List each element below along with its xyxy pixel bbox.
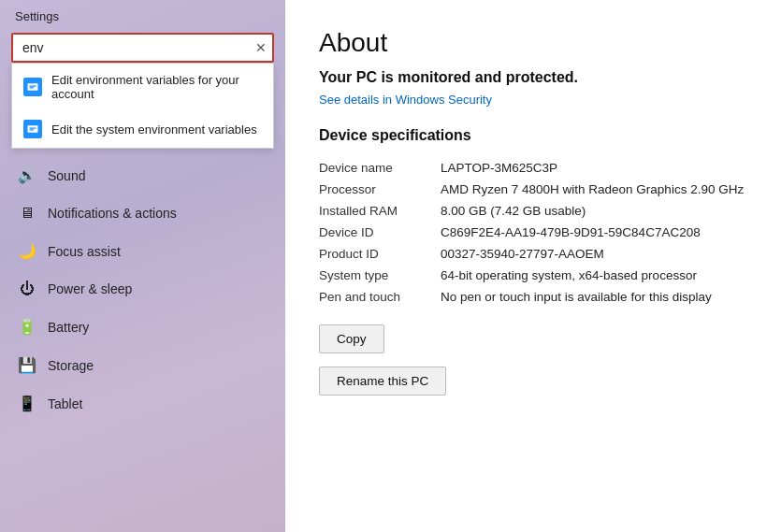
search-clear-button[interactable]: ✕: [253, 38, 268, 57]
tablet-icon: 📱: [18, 395, 36, 412]
table-row: Processor AMD Ryzen 7 4800H with Radeon …: [319, 179, 747, 200]
sidebar-nav: 🔊 Sound 🖥 Notifications & actions 🌙 Focu…: [0, 156, 285, 532]
sidebar-item-power-label: Power & sleep: [48, 281, 132, 296]
sidebar-item-battery[interactable]: 🔋 Battery: [0, 308, 285, 346]
spec-label: Pen and touch: [319, 286, 441, 308]
spec-label: System type: [319, 265, 441, 286]
search-input[interactable]: [11, 33, 274, 63]
env-user-icon: [23, 78, 42, 96]
storage-icon: 💾: [18, 356, 36, 374]
dropdown-item-env-user-label: Edit environment variables for your acco…: [51, 73, 262, 101]
dropdown-item-env-system[interactable]: Edit the system environment variables: [12, 110, 273, 148]
dropdown-item-env-system-label: Edit the system environment variables: [51, 122, 257, 137]
sidebar-item-sound[interactable]: 🔊 Sound: [0, 156, 285, 194]
copy-button[interactable]: Copy: [319, 324, 384, 353]
sidebar: Settings ✕ Edit environment variables fo…: [0, 0, 285, 532]
dropdown-item-env-user[interactable]: Edit environment variables for your acco…: [12, 64, 273, 110]
env-system-icon: [23, 120, 42, 138]
spec-value: C869F2E4-AA19-479B-9D91-59C84C7AC208: [441, 222, 747, 243]
table-row: Device name LAPTOP-3M625C3P: [319, 157, 747, 179]
buttons-row: Copy: [319, 324, 747, 363]
sidebar-item-notifications[interactable]: 🖥 Notifications & actions: [0, 194, 285, 232]
spec-value: No pen or touch input is available for t…: [441, 286, 747, 308]
notifications-icon: 🖥: [18, 205, 36, 222]
main-content: About Your PC is monitored and protected…: [285, 0, 781, 532]
svg-rect-1: [27, 125, 38, 134]
sidebar-item-sound-label: Sound: [48, 168, 85, 183]
battery-icon: 🔋: [18, 318, 36, 336]
spec-table: Device name LAPTOP-3M625C3P Processor AM…: [319, 157, 747, 308]
sidebar-item-focus[interactable]: 🌙 Focus assist: [0, 232, 285, 270]
spec-label: Processor: [319, 179, 441, 200]
focus-icon: 🌙: [18, 242, 36, 260]
sound-icon: 🔊: [18, 166, 36, 184]
table-row: System type 64-bit operating system, x64…: [319, 265, 747, 286]
table-row: Product ID 00327-35940-27797-AAOEM: [319, 243, 747, 265]
sidebar-item-battery-label: Battery: [48, 320, 89, 335]
spec-label: Installed RAM: [319, 200, 441, 222]
spec-value: LAPTOP-3M625C3P: [441, 157, 747, 179]
rename-button[interactable]: Rename this PC: [319, 367, 446, 395]
sidebar-item-focus-label: Focus assist: [48, 244, 121, 259]
sidebar-item-power[interactable]: ⏻ Power & sleep: [0, 270, 285, 308]
search-dropdown: Edit environment variables for your acco…: [11, 63, 274, 149]
sidebar-item-notifications-label: Notifications & actions: [48, 206, 177, 221]
power-icon: ⏻: [18, 280, 36, 297]
protected-heading: Your PC is monitored and protected.: [319, 69, 747, 86]
table-row: Device ID C869F2E4-AA19-479B-9D91-59C84C…: [319, 222, 747, 243]
sidebar-item-tablet[interactable]: 📱 Tablet: [0, 384, 285, 423]
see-details-link[interactable]: See details in Windows Security: [319, 93, 492, 107]
spec-label: Product ID: [319, 243, 441, 265]
table-row: Installed RAM 8.00 GB (7.42 GB usable): [319, 200, 747, 222]
spec-label: Device name: [319, 157, 441, 179]
table-row: Pen and touch No pen or touch input is a…: [319, 286, 747, 308]
svg-rect-0: [27, 83, 38, 92]
page-title: About: [319, 28, 747, 58]
device-spec-heading: Device specifications: [319, 127, 747, 144]
sidebar-item-storage-label: Storage: [48, 358, 94, 373]
settings-title: Settings: [0, 0, 285, 29]
search-container: ✕: [11, 33, 274, 63]
spec-value: AMD Ryzen 7 4800H with Radeon Graphics 2…: [441, 179, 747, 200]
spec-label: Device ID: [319, 222, 441, 243]
sidebar-item-storage[interactable]: 💾 Storage: [0, 346, 285, 384]
spec-value: 64-bit operating system, x64-based proce…: [441, 265, 747, 286]
sidebar-item-tablet-label: Tablet: [48, 396, 82, 411]
rename-row: Rename this PC: [319, 367, 747, 405]
spec-value: 8.00 GB (7.42 GB usable): [441, 200, 747, 222]
spec-value: 00327-35940-27797-AAOEM: [441, 243, 747, 265]
